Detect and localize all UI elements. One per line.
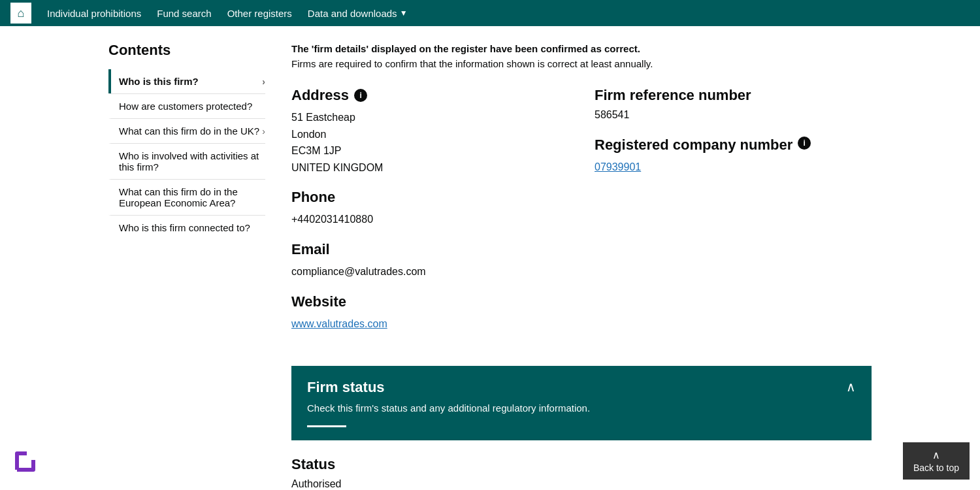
- nav-data-downloads[interactable]: Data and downloads ▼: [308, 8, 408, 19]
- registered-company-section: Registered company number i 07939901: [595, 137, 872, 176]
- firm-status-chevron-icon[interactable]: ∧: [846, 379, 856, 395]
- confirmed-banner-normal: Firms are required to confirm that the i…: [291, 58, 653, 69]
- chevron-right-icon: ›: [262, 76, 265, 87]
- chevron-right-icon: ›: [262, 126, 265, 137]
- nav-other-registers[interactable]: Other registers: [227, 8, 292, 19]
- phone-label: Phone: [291, 189, 568, 206]
- firm-reference-label: Firm reference number: [595, 87, 872, 104]
- registered-label-row: Registered company number i: [595, 137, 872, 154]
- registered-company-info-icon[interactable]: i: [798, 137, 811, 150]
- sidebar-item-label: How are customers protected?: [119, 101, 252, 112]
- sidebar-item-who-is-firm[interactable]: Who is this firm? ›: [108, 69, 265, 93]
- sidebar-item-label: What can this firm do in the European Ec…: [119, 186, 265, 208]
- address-info-icon[interactable]: i: [354, 89, 367, 102]
- logo: [10, 440, 50, 480]
- firm-reference-section: Firm reference number 586541: [595, 87, 872, 121]
- phone-section: Phone +4402031410880: [291, 189, 568, 228]
- back-to-top-arrow-icon: ∧: [932, 449, 940, 461]
- website-value: www.valutrades.com: [291, 316, 568, 333]
- page-container: Contents Who is this firm? › How are cus…: [98, 26, 882, 490]
- nav-dropdown-arrow-icon: ▼: [400, 8, 408, 18]
- sidebar-item-label: Who is this firm?: [119, 76, 199, 87]
- email-section: Email compliance@valutrades.com: [291, 241, 568, 280]
- sidebar-item-connected[interactable]: Who is this firm connected to?: [108, 215, 265, 240]
- sidebar-title: Contents: [108, 42, 265, 59]
- sidebar-item-firm-uk[interactable]: What can this firm do in the UK? ›: [108, 118, 265, 143]
- confirmed-banner: The 'firm details' displayed on the regi…: [291, 42, 872, 71]
- home-button[interactable]: ⌂: [10, 3, 31, 24]
- back-to-top-button[interactable]: ∧ Back to top: [903, 442, 970, 480]
- email-label: Email: [291, 241, 568, 258]
- status-value: Authorised: [291, 478, 872, 490]
- firm-status-box-title: Firm status: [307, 379, 856, 396]
- confirmed-banner-bold: The 'firm details' displayed on the regi…: [291, 43, 640, 54]
- navigation-bar: ⌂ Individual prohibitions Fund search Ot…: [0, 0, 980, 26]
- right-column: Firm reference number 586541 Registered …: [595, 87, 872, 345]
- nav-fund-search[interactable]: Fund search: [157, 8, 211, 19]
- status-heading: Status: [291, 456, 872, 473]
- main-content: The 'firm details' displayed on the regi…: [291, 42, 872, 490]
- status-section: Status Authorised Since 03/04/2013 This …: [291, 456, 872, 490]
- firm-reference-value: 586541: [595, 109, 872, 121]
- firm-status-box: Firm status Check this firm's status and…: [291, 366, 872, 440]
- back-to-top-label: Back to top: [913, 463, 959, 473]
- details-grid: Address i 51 Eastcheap London EC3M 1JP U…: [291, 87, 872, 345]
- logo-icon: [10, 440, 50, 480]
- website-section: Website www.valutrades.com: [291, 293, 568, 333]
- registered-company-label: Registered company number: [595, 137, 792, 154]
- sidebar-item-label: Who is involved with activities at this …: [119, 150, 265, 172]
- sidebar-item-activities[interactable]: Who is involved with activities at this …: [108, 143, 265, 179]
- registered-company-value: 07939901: [595, 159, 872, 176]
- address-label: Address i: [291, 87, 568, 104]
- sidebar-item-label: What can this firm do in the UK?: [119, 125, 259, 137]
- sidebar-item-label: Who is this firm connected to?: [119, 222, 250, 233]
- firm-status-box-desc: Check this firm's status and any additio…: [307, 401, 856, 416]
- sidebar-item-eea[interactable]: What can this firm do in the European Ec…: [108, 179, 265, 215]
- address-value: 51 Eastcheap London EC3M 1JP UNITED KING…: [291, 109, 568, 176]
- sidebar-item-customers-protected[interactable]: How are customers protected?: [108, 93, 265, 118]
- left-column: Address i 51 Eastcheap London EC3M 1JP U…: [291, 87, 568, 345]
- address-section: Address i 51 Eastcheap London EC3M 1JP U…: [291, 87, 568, 176]
- email-value: compliance@valutrades.com: [291, 263, 568, 280]
- website-label: Website: [291, 293, 568, 310]
- nav-data-downloads-label: Data and downloads: [308, 8, 397, 19]
- phone-value: +4402031410880: [291, 211, 568, 228]
- nav-individual-prohibitions[interactable]: Individual prohibitions: [47, 8, 141, 19]
- website-link[interactable]: www.valutrades.com: [291, 318, 387, 329]
- registered-company-link[interactable]: 07939901: [595, 161, 641, 172]
- firm-status-box-line: [307, 425, 346, 427]
- sidebar: Contents Who is this firm? › How are cus…: [108, 42, 265, 490]
